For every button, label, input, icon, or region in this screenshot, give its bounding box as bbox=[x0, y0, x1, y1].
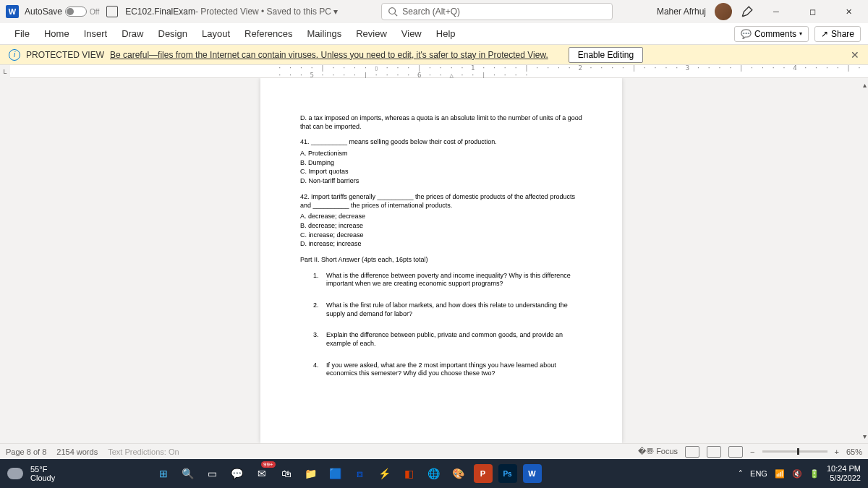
zoom-slider[interactable] bbox=[762, 450, 827, 453]
search-input[interactable]: Search (Alt+Q) bbox=[381, 3, 613, 20]
copilot-icon[interactable]: 🎨 bbox=[449, 464, 468, 483]
start-icon[interactable]: ⊞ bbox=[154, 464, 173, 483]
svg-line-1 bbox=[395, 14, 398, 17]
q42-opt-b: B. decrease; increase bbox=[300, 222, 582, 231]
tab-design[interactable]: Design bbox=[151, 24, 195, 43]
autosave-toggle[interactable]: AutoSave Off bbox=[25, 7, 99, 17]
web-layout-icon[interactable] bbox=[728, 446, 743, 458]
vertical-ruler[interactable] bbox=[0, 78, 14, 443]
protected-view-bar: i PROTECTED VIEW Be careful—files from t… bbox=[0, 45, 868, 65]
taskview-icon[interactable]: ▭ bbox=[203, 464, 222, 483]
dropbox-icon[interactable]: ⧈ bbox=[351, 464, 370, 483]
user-name[interactable]: Maher Afrhuj bbox=[657, 7, 706, 17]
comments-icon: 💬 bbox=[741, 29, 752, 39]
q41-opt-c: C. Import quotas bbox=[300, 168, 582, 176]
taskbar: 55°F Cloudy ⊞ 🔍 ▭ 💬 ✉ 🛍 📁 🟦 ⧈ ⚡ ◧ 🌐 🎨 P … bbox=[0, 459, 868, 488]
battery-icon[interactable]: 🔋 bbox=[809, 469, 820, 479]
part2-heading: Part II. Short Answer (4pts each, 16pts … bbox=[300, 256, 582, 265]
tab-insert[interactable]: Insert bbox=[77, 24, 115, 43]
photoshop-icon[interactable]: Ps bbox=[498, 464, 517, 483]
info-icon: i bbox=[9, 49, 20, 61]
status-page[interactable]: Page 8 of 8 bbox=[6, 448, 46, 456]
weather-widget[interactable]: 55°F Cloudy bbox=[30, 465, 55, 482]
tab-help[interactable]: Help bbox=[429, 24, 463, 43]
tab-references[interactable]: References bbox=[237, 24, 299, 43]
mail-icon[interactable]: ✉ bbox=[252, 464, 271, 483]
q41-opt-b: B. Dumping bbox=[300, 159, 582, 168]
focus-button[interactable]: �〠 Focus bbox=[638, 446, 678, 457]
horizontal-ruler[interactable]: · · · · | · · · · ▯ · · · | · · · · 1 · … bbox=[278, 64, 868, 79]
pen-icon[interactable] bbox=[741, 5, 754, 18]
zoom-in-button[interactable]: + bbox=[835, 448, 839, 456]
store-icon[interactable]: 🛍 bbox=[277, 464, 296, 483]
winamp-icon[interactable]: ⚡ bbox=[375, 464, 394, 483]
document-area: ▴ ▾ D. a tax imposed on imports, whereas… bbox=[0, 78, 868, 443]
document-name: EC102.FinalExam bbox=[125, 7, 195, 17]
document-page: D. a tax imposed on imports, whereas a q… bbox=[260, 78, 622, 443]
enable-editing-button[interactable]: Enable Editing bbox=[569, 47, 643, 63]
share-icon: ↗ bbox=[821, 29, 828, 39]
q42-opt-d: D. increase; increase bbox=[300, 240, 582, 249]
scroll-up-icon[interactable]: ▴ bbox=[863, 81, 867, 89]
ribbon-tabs: File Home Insert Draw Design Layout Refe… bbox=[0, 23, 868, 45]
tab-review[interactable]: Review bbox=[349, 24, 394, 43]
document-status[interactable]: - Protected View • Saved to this PC ▾ bbox=[195, 7, 338, 17]
language-indicator[interactable]: ENG bbox=[750, 469, 767, 478]
maximize-button[interactable]: ◻ bbox=[799, 1, 826, 22]
status-predictions[interactable]: Text Predictions: On bbox=[108, 448, 179, 456]
chat-icon[interactable]: 💬 bbox=[228, 464, 247, 483]
ruler-row: L · · · · | · · · · ▯ · · · | · · · · 1 … bbox=[0, 65, 868, 78]
word-taskbar-icon[interactable]: W bbox=[523, 464, 542, 483]
word-app-icon: W bbox=[6, 5, 19, 18]
zoom-out-button[interactable]: − bbox=[750, 448, 754, 456]
print-layout-icon[interactable] bbox=[707, 446, 721, 458]
q42-opt-c: C. increase; decrease bbox=[300, 231, 582, 240]
tab-file[interactable]: File bbox=[7, 24, 37, 43]
powerpoint-icon[interactable]: P bbox=[474, 464, 493, 483]
clock[interactable]: 10:24 PM 5/3/2022 bbox=[827, 464, 861, 483]
q41-opt-d: D. Non-tariff barriers bbox=[300, 177, 582, 186]
autosave-state: Off bbox=[90, 8, 99, 16]
explorer-icon[interactable]: 📁 bbox=[302, 464, 320, 483]
close-button[interactable]: ✕ bbox=[835, 1, 862, 22]
office-icon[interactable]: ◧ bbox=[400, 464, 419, 483]
volume-icon[interactable]: 🔇 bbox=[792, 469, 802, 479]
q40-option-d: D. a tax imposed on imports, whereas a q… bbox=[300, 114, 582, 131]
sa-2: What is the first rule of labor markets,… bbox=[326, 301, 582, 318]
tab-view[interactable]: View bbox=[394, 24, 429, 43]
edge-icon[interactable]: 🌐 bbox=[425, 464, 443, 483]
chevron-down-icon: ▾ bbox=[799, 30, 802, 37]
q42-opt-a: A. decrease; decrease bbox=[300, 213, 582, 221]
close-bar-icon[interactable]: ✕ bbox=[851, 49, 859, 61]
tray-chevron-icon[interactable]: ˄ bbox=[739, 469, 743, 479]
minimize-button[interactable]: ─ bbox=[762, 1, 790, 22]
scroll-down-icon[interactable]: ▾ bbox=[863, 432, 867, 440]
tab-mailings[interactable]: Mailings bbox=[300, 24, 349, 43]
svg-point-0 bbox=[389, 8, 396, 14]
title-bar: W AutoSave Off EC102.FinalExam - Protect… bbox=[0, 0, 868, 23]
search-placeholder: Search (Alt+Q) bbox=[402, 7, 460, 17]
app-icon[interactable]: 🟦 bbox=[326, 464, 345, 483]
zoom-level[interactable]: 65% bbox=[846, 448, 862, 456]
toggle-switch-icon[interactable] bbox=[65, 7, 87, 17]
q41-opt-a: A. Protectionism bbox=[300, 150, 582, 158]
sa-1: What is the difference between poverty a… bbox=[326, 272, 582, 288]
ruler-corner: L bbox=[0, 65, 10, 78]
protected-label: PROTECTED VIEW bbox=[26, 50, 104, 60]
read-mode-icon[interactable] bbox=[685, 446, 699, 458]
tab-layout[interactable]: Layout bbox=[195, 24, 237, 43]
sa-3: Explain the difference between public, p… bbox=[326, 331, 582, 348]
wifi-icon[interactable]: 📶 bbox=[775, 469, 785, 479]
save-icon[interactable] bbox=[106, 6, 118, 17]
share-button[interactable]: ↗ Share bbox=[814, 26, 861, 42]
status-words[interactable]: 2154 words bbox=[56, 448, 98, 456]
comments-button[interactable]: 💬 Comments ▾ bbox=[734, 26, 809, 42]
status-bar: Page 8 of 8 2154 words Text Predictions:… bbox=[0, 443, 868, 459]
avatar[interactable] bbox=[715, 3, 732, 20]
tab-draw[interactable]: Draw bbox=[114, 24, 150, 43]
tab-home[interactable]: Home bbox=[37, 24, 77, 43]
sa-4: If you were asked, what are the 2 most i… bbox=[326, 361, 582, 378]
protected-message[interactable]: Be careful—files from the Internet can c… bbox=[110, 50, 548, 60]
search-taskbar-icon[interactable]: 🔍 bbox=[179, 464, 197, 483]
weather-icon bbox=[7, 468, 23, 479]
